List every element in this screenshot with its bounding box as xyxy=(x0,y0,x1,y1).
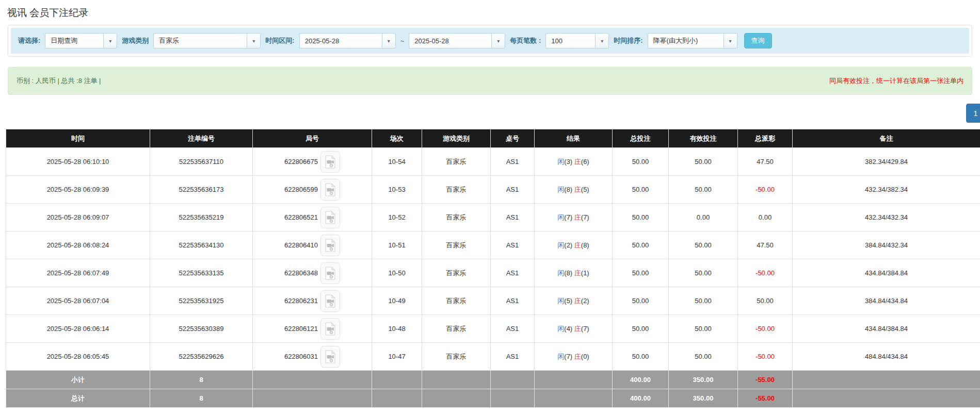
cell-total-bet-link[interactable]: 50.00 xyxy=(613,259,669,287)
query-type-dropdown[interactable]: 日期查询 ▾ xyxy=(45,33,117,48)
result-player-label: 闲 xyxy=(557,241,564,249)
result-player-score: (5) xyxy=(564,297,572,305)
header-note: 备注 xyxy=(793,129,980,148)
cell-result: 闲(5) 庄(2) xyxy=(535,287,613,315)
sort-label: 时间排序: xyxy=(614,36,642,45)
cell-table-no: AS1 xyxy=(491,259,535,287)
date-to-picker[interactable]: 2025-05-28 ▾ xyxy=(409,33,505,48)
video-record-icon[interactable] xyxy=(320,262,340,284)
cell-total-bet-link[interactable]: 50.00 xyxy=(613,204,669,231)
chevron-down-icon[interactable]: ▾ xyxy=(382,33,396,48)
date-range-label: 时间区间: xyxy=(265,36,294,45)
cell-table-no: AS1 xyxy=(491,287,535,315)
cell-note: 484.84/434.84 xyxy=(793,343,980,371)
notice-text: 同局有效投注，统一计算在该局第一张注单内 xyxy=(829,76,963,86)
date-from-picker[interactable]: 2025-05-28 ▾ xyxy=(299,33,396,48)
page-size-dropdown[interactable]: 100 ▾ xyxy=(545,33,609,48)
cell-game-type: 百家乐 xyxy=(422,148,491,176)
cell-total-bet-link[interactable]: 50.00 xyxy=(613,287,669,315)
cell-payout: 50.00 xyxy=(738,287,793,315)
video-record-icon[interactable] xyxy=(320,235,340,256)
table-row: 2025-05-28 06:07:04 522535631925 6228062… xyxy=(6,287,980,315)
cell-valid-bet: 50.00 xyxy=(669,148,738,176)
cell-round-id: 622806348 xyxy=(253,259,372,287)
cell-total-bet-link[interactable]: 50.00 xyxy=(613,231,669,259)
sort-dropdown[interactable]: 降幂(由大到小) ▾ xyxy=(648,33,737,48)
round-id-value: 622806121 xyxy=(284,325,318,333)
header-table-no: 桌号 xyxy=(491,129,535,148)
date-from-value[interactable]: 2025-05-28 xyxy=(299,33,382,48)
cell-session: 10-53 xyxy=(372,176,422,204)
date-to-value[interactable]: 2025-05-28 xyxy=(409,33,491,48)
cell-note: 384.84/434.84 xyxy=(793,287,980,315)
cell-total-bet-link[interactable]: 50.00 xyxy=(613,176,669,204)
video-record-icon[interactable] xyxy=(320,290,340,312)
subtotal-count: 8 xyxy=(150,371,253,389)
cell-bet-id: 522535636173 xyxy=(150,176,253,204)
search-button[interactable]: 查询 xyxy=(744,33,772,48)
cell-game-type: 百家乐 xyxy=(422,176,491,204)
round-id-value: 622806348 xyxy=(284,269,318,277)
result-player-label: 闲 xyxy=(557,269,564,277)
cell-bet-id: 522535635219 xyxy=(150,204,253,231)
video-record-icon[interactable] xyxy=(320,346,340,368)
cell-bet-id: 522535634130 xyxy=(150,231,253,259)
cell-table-no: AS1 xyxy=(491,343,535,371)
cell-payout: 47.50 xyxy=(738,148,793,176)
select-label: 请选择: xyxy=(18,36,40,45)
chevron-down-icon[interactable]: ▾ xyxy=(595,33,609,48)
cell-session: 10-51 xyxy=(372,231,422,259)
result-player-label: 闲 xyxy=(557,186,564,193)
page-size-value[interactable]: 100 xyxy=(545,33,595,48)
table-row: 2025-05-28 06:05:45 522535629626 6228060… xyxy=(6,343,980,371)
cell-table-no: AS1 xyxy=(491,315,535,343)
cell-session: 10-50 xyxy=(372,259,422,287)
query-type-value[interactable]: 日期查询 xyxy=(45,33,103,48)
video-record-icon[interactable] xyxy=(320,151,340,173)
cell-total-bet-link[interactable]: 50.00 xyxy=(613,315,669,343)
cell-valid-bet: 50.00 xyxy=(669,231,738,259)
round-id-value: 622806031 xyxy=(284,353,318,360)
cell-total-bet-link[interactable]: 50.00 xyxy=(613,148,669,176)
cell-valid-bet: 50.00 xyxy=(669,259,738,287)
cell-total-bet-link[interactable]: 50.00 xyxy=(613,343,669,371)
sort-value[interactable]: 降幂(由大到小) xyxy=(648,33,724,48)
subtotal-total-bet: 400.00 xyxy=(613,371,669,389)
cell-payout: -50.00 xyxy=(738,343,793,371)
result-banker-score: (2) xyxy=(581,297,589,305)
chevron-down-icon[interactable]: ▾ xyxy=(491,33,505,48)
cell-valid-bet: 50.00 xyxy=(669,287,738,315)
cell-session: 10-52 xyxy=(372,204,422,231)
subtotal-valid-bet: 350.00 xyxy=(669,371,738,389)
result-banker-score: (1) xyxy=(581,269,589,277)
cell-round-id: 622806675 xyxy=(253,148,372,176)
cell-time: 2025-05-28 06:10:10 xyxy=(6,148,150,176)
page-1-button[interactable]: 1 xyxy=(966,104,980,123)
header-round-id: 局号 xyxy=(253,129,372,148)
table-row: 2025-05-28 06:10:10 522535637110 6228066… xyxy=(6,148,980,176)
game-type-dropdown[interactable]: 百家乐 ▾ xyxy=(153,33,261,48)
cell-time: 2025-05-28 06:07:04 xyxy=(6,287,150,315)
cell-note: 434.84/384.84 xyxy=(793,315,980,343)
header-valid-bet: 有效投注 xyxy=(669,129,738,148)
filter-bar: 请选择: 日期查询 ▾ 游戏类别 百家乐 ▾ 时间区间: 2025-05-28 … xyxy=(11,28,969,54)
chevron-down-icon[interactable]: ▾ xyxy=(724,33,737,48)
cell-game-type: 百家乐 xyxy=(422,231,491,259)
chevron-down-icon[interactable]: ▾ xyxy=(247,33,261,48)
cell-round-id: 622806599 xyxy=(253,176,372,204)
subtotal-label: 小计 xyxy=(6,371,150,389)
result-banker-label: 庄 xyxy=(574,213,581,221)
table-row: 2025-05-28 06:09:07 522535635219 6228065… xyxy=(6,204,980,231)
header-time: 时间 xyxy=(6,129,150,148)
total-total-bet: 400.00 xyxy=(613,389,669,408)
bet-records-table: 时间 注单编号 局号 场次 游戏类别 桌号 结果 总投注 有效投注 总派彩 备注… xyxy=(6,129,980,408)
video-record-icon[interactable] xyxy=(320,207,340,228)
result-banker-label: 庄 xyxy=(574,325,581,333)
summary-bar: 币别 : 人民币 | 总共 :8 注单 | 同局有效投注，统一计算在该局第一张注… xyxy=(8,67,972,95)
chevron-down-icon[interactable]: ▾ xyxy=(103,33,117,48)
video-record-icon[interactable] xyxy=(320,179,340,201)
video-record-icon[interactable] xyxy=(320,318,340,340)
result-banker-label: 庄 xyxy=(574,353,581,360)
currency-total-text: 币别 : 人民币 | 总共 :8 注单 | xyxy=(17,76,101,86)
game-type-value[interactable]: 百家乐 xyxy=(153,33,247,48)
